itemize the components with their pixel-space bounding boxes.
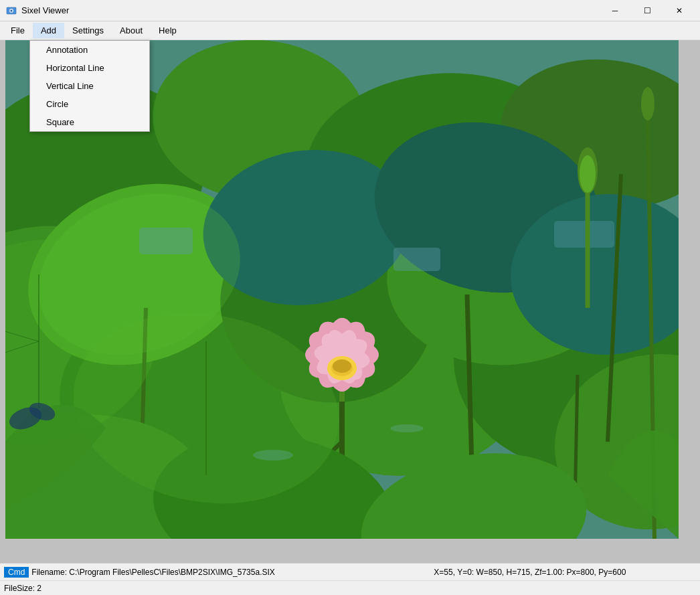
window-title: Sixel Viewer xyxy=(21,5,69,15)
dropdown-vertical-line[interactable]: Vertical Line xyxy=(30,77,149,95)
title-bar-controls: ─ ☐ ✕ xyxy=(600,1,695,21)
svg-point-59 xyxy=(641,87,654,120)
restore-button[interactable]: ☐ xyxy=(632,1,663,21)
status-filesize: FileSize: 2 xyxy=(4,584,41,593)
menu-add[interactable]: Add xyxy=(33,23,64,38)
menu-file[interactable]: File xyxy=(3,23,33,38)
svg-point-54 xyxy=(333,359,351,373)
dropdown-square[interactable]: Square xyxy=(30,113,149,131)
close-button[interactable]: ✕ xyxy=(664,1,695,21)
status-coords: X=55, Y=0: W=850, H=715, Zf=1.00: Px=800… xyxy=(364,568,696,577)
svg-rect-35 xyxy=(139,228,193,254)
menu-bar: File Add Settings About Help Annotation … xyxy=(0,21,700,40)
add-dropdown: Annotation Horizontal Line Vertical Line… xyxy=(29,40,150,132)
menu-about[interactable]: About xyxy=(112,23,151,38)
menu-settings[interactable]: Settings xyxy=(64,23,112,38)
svg-rect-36 xyxy=(393,248,440,271)
svg-point-57 xyxy=(580,155,596,193)
title-bar-left: Sixel Viewer xyxy=(5,5,69,17)
svg-rect-37 xyxy=(554,221,614,248)
menu-help[interactable]: Help xyxy=(151,23,185,38)
svg-point-2 xyxy=(11,9,13,11)
dropdown-circle[interactable]: Circle xyxy=(30,95,149,113)
svg-point-62 xyxy=(253,450,293,460)
dropdown-annotation[interactable]: Annotation xyxy=(30,41,149,59)
svg-point-63 xyxy=(390,424,424,432)
dropdown-horizontal-line[interactable]: Horizontal Line xyxy=(30,59,149,77)
status-filename: Filename: C:\Program Files\PellesC\Files… xyxy=(31,568,363,577)
title-bar: Sixel Viewer ─ ☐ ✕ xyxy=(0,0,700,21)
cmd-label: Cmd xyxy=(4,567,29,578)
minimize-button[interactable]: ─ xyxy=(600,1,630,21)
status-bar: Cmd Filename: C:\Program Files\PellesC\F… xyxy=(0,563,700,580)
app-icon xyxy=(5,5,17,17)
status-bar-bottom: FileSize: 2 xyxy=(0,580,700,595)
